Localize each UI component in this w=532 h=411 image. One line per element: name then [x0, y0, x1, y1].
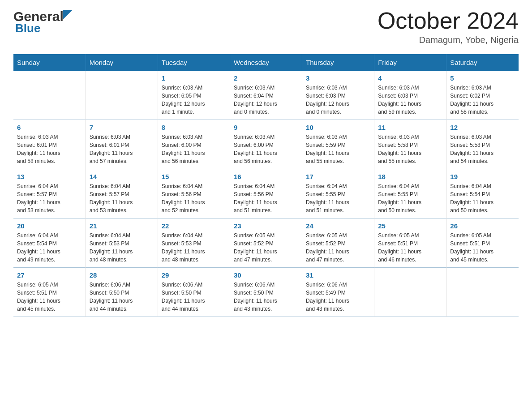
day-info: Sunrise: 6:03 AM Sunset: 6:02 PM Dayligh…	[450, 84, 515, 116]
table-row: 24Sunrise: 6:05 AM Sunset: 5:52 PM Dayli…	[302, 218, 374, 268]
day-number: 8	[162, 124, 226, 131]
day-info: Sunrise: 6:03 AM Sunset: 6:00 PM Dayligh…	[234, 133, 298, 165]
table-row	[374, 268, 446, 317]
day-info: Sunrise: 6:04 AM Sunset: 5:57 PM Dayligh…	[90, 182, 154, 214]
day-number: 16	[234, 173, 298, 180]
calendar-week-row: 20Sunrise: 6:04 AM Sunset: 5:54 PM Dayli…	[13, 218, 519, 268]
day-number: 15	[162, 173, 226, 180]
day-number: 31	[306, 271, 370, 279]
logo: General Blue	[13, 9, 73, 35]
header-wednesday: Wednesday	[230, 54, 302, 71]
day-info: Sunrise: 6:06 AM Sunset: 5:50 PM Dayligh…	[90, 281, 154, 313]
table-row: 16Sunrise: 6:04 AM Sunset: 5:56 PM Dayli…	[230, 169, 302, 218]
day-number: 22	[162, 222, 226, 230]
day-number: 21	[90, 222, 154, 230]
day-info: Sunrise: 6:05 AM Sunset: 5:52 PM Dayligh…	[306, 231, 370, 264]
day-number: 13	[17, 173, 82, 180]
day-number: 6	[17, 124, 82, 131]
day-number: 23	[234, 222, 298, 230]
day-info: Sunrise: 6:03 AM Sunset: 6:04 PM Dayligh…	[234, 84, 298, 116]
day-info: Sunrise: 6:04 AM Sunset: 5:57 PM Dayligh…	[17, 182, 82, 214]
svg-marker-0	[63, 10, 73, 20]
day-number: 11	[378, 124, 442, 131]
table-row: 6Sunrise: 6:03 AM Sunset: 6:01 PM Daylig…	[13, 120, 86, 169]
table-row: 1Sunrise: 6:03 AM Sunset: 6:05 PM Daylig…	[158, 71, 230, 120]
month-title: October 2024	[378, 9, 519, 32]
table-row: 18Sunrise: 6:04 AM Sunset: 5:55 PM Dayli…	[374, 169, 446, 218]
day-info: Sunrise: 6:03 AM Sunset: 6:01 PM Dayligh…	[90, 133, 154, 165]
header-tuesday: Tuesday	[158, 54, 230, 71]
table-row: 13Sunrise: 6:04 AM Sunset: 5:57 PM Dayli…	[13, 169, 86, 218]
title-section: October 2024 Damagum, Yobe, Nigeria	[378, 9, 519, 45]
table-row: 29Sunrise: 6:06 AM Sunset: 5:50 PM Dayli…	[158, 268, 230, 317]
table-row: 19Sunrise: 6:04 AM Sunset: 5:54 PM Dayli…	[446, 169, 519, 218]
table-row: 31Sunrise: 6:06 AM Sunset: 5:49 PM Dayli…	[302, 268, 374, 317]
day-info: Sunrise: 6:03 AM Sunset: 6:03 PM Dayligh…	[378, 84, 442, 116]
header-saturday: Saturday	[446, 54, 519, 71]
calendar-week-row: 27Sunrise: 6:05 AM Sunset: 5:51 PM Dayli…	[13, 268, 519, 317]
day-info: Sunrise: 6:04 AM Sunset: 5:56 PM Dayligh…	[234, 182, 298, 214]
table-row: 25Sunrise: 6:05 AM Sunset: 5:51 PM Dayli…	[374, 218, 446, 268]
table-row	[86, 71, 158, 120]
day-info: Sunrise: 6:06 AM Sunset: 5:50 PM Dayligh…	[162, 281, 226, 313]
location-subtitle: Damagum, Yobe, Nigeria	[378, 35, 519, 45]
header-friday: Friday	[374, 54, 446, 71]
day-info: Sunrise: 6:04 AM Sunset: 5:53 PM Dayligh…	[162, 231, 226, 264]
day-info: Sunrise: 6:06 AM Sunset: 5:49 PM Dayligh…	[306, 281, 370, 313]
day-number: 4	[378, 74, 442, 82]
logo-arrow-icon	[63, 10, 73, 20]
table-row: 7Sunrise: 6:03 AM Sunset: 6:01 PM Daylig…	[86, 120, 158, 169]
day-number: 18	[378, 173, 442, 180]
table-row: 11Sunrise: 6:03 AM Sunset: 5:58 PM Dayli…	[374, 120, 446, 169]
table-row: 17Sunrise: 6:04 AM Sunset: 5:55 PM Dayli…	[302, 169, 374, 218]
logo-blue-text: Blue	[15, 21, 40, 35]
table-row: 12Sunrise: 6:03 AM Sunset: 5:58 PM Dayli…	[446, 120, 519, 169]
table-row: 30Sunrise: 6:06 AM Sunset: 5:50 PM Dayli…	[230, 268, 302, 317]
day-number: 10	[306, 124, 370, 131]
day-info: Sunrise: 6:03 AM Sunset: 6:00 PM Dayligh…	[162, 133, 226, 165]
day-info: Sunrise: 6:05 AM Sunset: 5:51 PM Dayligh…	[450, 231, 515, 264]
table-row: 28Sunrise: 6:06 AM Sunset: 5:50 PM Dayli…	[86, 268, 158, 317]
day-info: Sunrise: 6:05 AM Sunset: 5:51 PM Dayligh…	[378, 231, 442, 264]
table-row: 22Sunrise: 6:04 AM Sunset: 5:53 PM Dayli…	[158, 218, 230, 268]
day-number: 17	[306, 173, 370, 180]
day-info: Sunrise: 6:06 AM Sunset: 5:50 PM Dayligh…	[234, 281, 298, 313]
day-info: Sunrise: 6:03 AM Sunset: 6:03 PM Dayligh…	[306, 84, 370, 116]
table-row: 8Sunrise: 6:03 AM Sunset: 6:00 PM Daylig…	[158, 120, 230, 169]
day-info: Sunrise: 6:05 AM Sunset: 5:52 PM Dayligh…	[234, 231, 298, 264]
header-thursday: Thursday	[302, 54, 374, 71]
day-number: 30	[234, 271, 298, 279]
calendar-table: Sunday Monday Tuesday Wednesday Thursday…	[13, 54, 519, 317]
table-row: 10Sunrise: 6:03 AM Sunset: 5:59 PM Dayli…	[302, 120, 374, 169]
calendar-header-row: Sunday Monday Tuesday Wednesday Thursday…	[13, 54, 519, 71]
header-sunday: Sunday	[13, 54, 86, 71]
day-info: Sunrise: 6:04 AM Sunset: 5:56 PM Dayligh…	[162, 182, 226, 214]
day-number: 20	[17, 222, 82, 230]
table-row: 21Sunrise: 6:04 AM Sunset: 5:53 PM Dayli…	[86, 218, 158, 268]
calendar-week-row: 13Sunrise: 6:04 AM Sunset: 5:57 PM Dayli…	[13, 169, 519, 218]
table-row: 2Sunrise: 6:03 AM Sunset: 6:04 PM Daylig…	[230, 71, 302, 120]
day-number: 14	[90, 173, 154, 180]
day-number: 5	[450, 74, 515, 82]
table-row: 5Sunrise: 6:03 AM Sunset: 6:02 PM Daylig…	[446, 71, 519, 120]
day-number: 12	[450, 124, 515, 131]
day-info: Sunrise: 6:03 AM Sunset: 6:01 PM Dayligh…	[17, 133, 82, 165]
day-number: 26	[450, 222, 515, 230]
day-info: Sunrise: 6:03 AM Sunset: 5:59 PM Dayligh…	[306, 133, 370, 165]
day-number: 28	[90, 271, 154, 279]
table-row: 4Sunrise: 6:03 AM Sunset: 6:03 PM Daylig…	[374, 71, 446, 120]
day-number: 3	[306, 74, 370, 82]
table-row	[13, 71, 86, 120]
table-row: 23Sunrise: 6:05 AM Sunset: 5:52 PM Dayli…	[230, 218, 302, 268]
day-info: Sunrise: 6:03 AM Sunset: 5:58 PM Dayligh…	[450, 133, 515, 165]
day-number: 1	[162, 74, 226, 82]
table-row	[446, 268, 519, 317]
day-info: Sunrise: 6:04 AM Sunset: 5:53 PM Dayligh…	[90, 231, 154, 264]
table-row: 26Sunrise: 6:05 AM Sunset: 5:51 PM Dayli…	[446, 218, 519, 268]
table-row: 3Sunrise: 6:03 AM Sunset: 6:03 PM Daylig…	[302, 71, 374, 120]
table-row: 20Sunrise: 6:04 AM Sunset: 5:54 PM Dayli…	[13, 218, 86, 268]
day-info: Sunrise: 6:04 AM Sunset: 5:54 PM Dayligh…	[17, 231, 82, 264]
table-row: 27Sunrise: 6:05 AM Sunset: 5:51 PM Dayli…	[13, 268, 86, 317]
day-number: 19	[450, 173, 515, 180]
day-info: Sunrise: 6:04 AM Sunset: 5:55 PM Dayligh…	[306, 182, 370, 214]
